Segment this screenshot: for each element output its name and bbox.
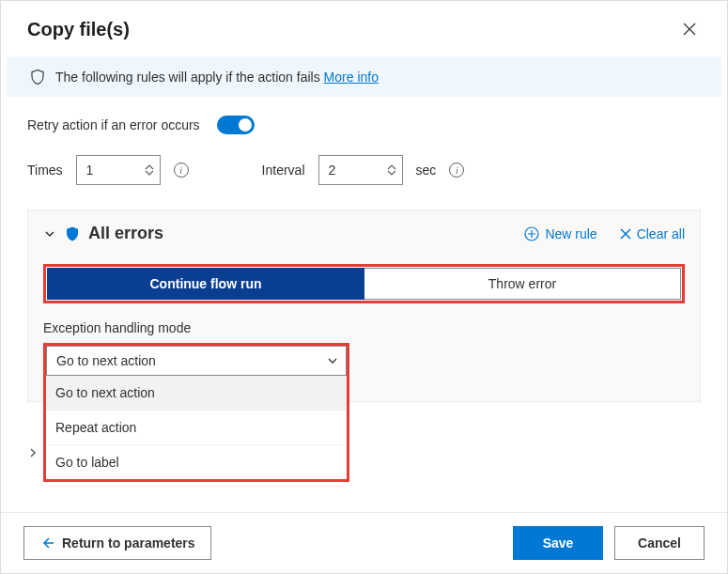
dialog-footer: Return to parameters Save Cancel bbox=[1, 512, 727, 573]
chevron-down-icon bbox=[327, 355, 338, 366]
new-rule-label: New rule bbox=[545, 226, 596, 241]
tab-throw-error[interactable]: Throw error bbox=[364, 268, 681, 300]
dialog-header: Copy file(s) bbox=[1, 1, 727, 57]
exception-mode-dropdown: Go to next action Repeat action Go to la… bbox=[43, 376, 349, 482]
close-icon bbox=[620, 228, 631, 240]
interval-spinner[interactable] bbox=[383, 156, 400, 184]
tab-continue-flow[interactable]: Continue flow run bbox=[47, 268, 364, 300]
retry-label: Retry action if an error occurs bbox=[27, 117, 200, 132]
shield-icon bbox=[29, 69, 46, 85]
info-icon[interactable]: i bbox=[449, 163, 464, 178]
more-info-link[interactable]: More info bbox=[324, 70, 379, 85]
times-label: Times bbox=[27, 163, 63, 178]
interval-value: 2 bbox=[329, 163, 379, 178]
retry-params: Times 1 i Interval 2 sec i bbox=[27, 155, 701, 185]
plus-circle-icon bbox=[524, 226, 539, 241]
clear-all-button[interactable]: Clear all bbox=[620, 226, 685, 241]
advanced-toggle[interactable] bbox=[27, 447, 39, 458]
save-button[interactable]: Save bbox=[513, 526, 603, 560]
dialog-title: Copy file(s) bbox=[27, 19, 130, 40]
new-rule-button[interactable]: New rule bbox=[524, 226, 596, 241]
chevron-down-icon[interactable] bbox=[43, 227, 56, 240]
mode-label: Exception handling mode bbox=[43, 320, 685, 335]
shield-icon bbox=[64, 225, 81, 242]
option-next-action[interactable]: Go to next action bbox=[46, 376, 347, 410]
interval-unit: sec bbox=[416, 163, 437, 178]
exception-mode-field: Go to next action Go to next action Repe… bbox=[43, 343, 349, 379]
toggle-knob bbox=[239, 118, 252, 132]
info-text: The following rules will apply if the ac… bbox=[55, 70, 320, 85]
times-input[interactable]: 1 bbox=[76, 155, 161, 185]
clear-all-label: Clear all bbox=[637, 226, 685, 241]
errors-title: All errors bbox=[88, 224, 502, 243]
retry-toggle[interactable] bbox=[217, 116, 255, 134]
close-button[interactable] bbox=[674, 14, 705, 44]
flow-mode-tabs: Continue flow run Throw error bbox=[43, 264, 685, 303]
option-repeat-action[interactable]: Repeat action bbox=[46, 410, 347, 444]
errors-panel: All errors New rule Clear all Continue f… bbox=[27, 209, 701, 402]
return-button[interactable]: Return to parameters bbox=[23, 526, 211, 560]
times-spinner[interactable] bbox=[141, 156, 158, 184]
interval-input[interactable]: 2 bbox=[318, 155, 403, 185]
errors-header: All errors New rule Clear all bbox=[43, 224, 685, 243]
dialog-body: Retry action if an error occurs Times 1 … bbox=[1, 97, 727, 512]
times-value: 1 bbox=[86, 163, 137, 178]
retry-row: Retry action if an error occurs bbox=[27, 116, 701, 134]
option-go-to-label[interactable]: Go to label bbox=[46, 444, 347, 479]
info-icon[interactable]: i bbox=[174, 163, 189, 178]
return-label: Return to parameters bbox=[62, 535, 195, 551]
info-bar: The following rules will apply if the ac… bbox=[7, 57, 721, 97]
chevron-down-icon bbox=[145, 170, 154, 176]
cancel-button[interactable]: Cancel bbox=[614, 526, 705, 560]
arrow-left-icon bbox=[39, 535, 54, 551]
interval-label: Interval bbox=[262, 163, 305, 178]
exception-mode-select[interactable]: Go to next action bbox=[46, 346, 347, 376]
copy-files-dialog: Copy file(s) The following rules will ap… bbox=[0, 0, 728, 574]
close-icon bbox=[683, 23, 696, 36]
chevron-right-icon bbox=[27, 447, 39, 458]
select-value: Go to next action bbox=[56, 353, 156, 368]
chevron-down-icon bbox=[387, 170, 396, 176]
